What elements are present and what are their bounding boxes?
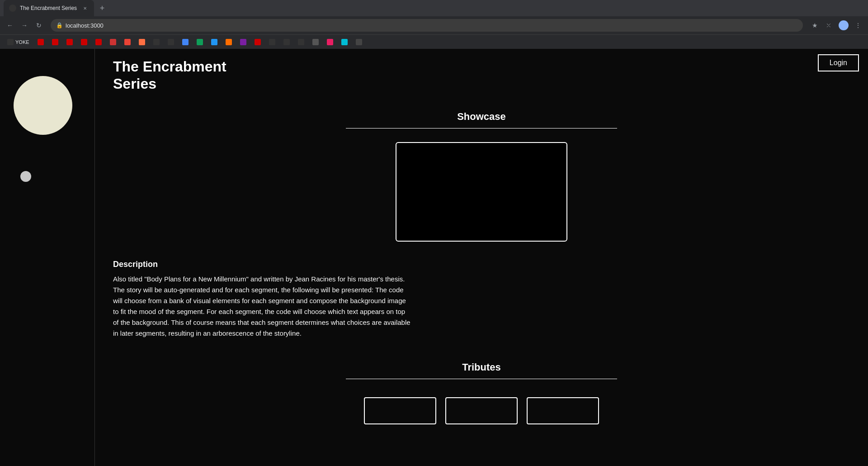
new-tab-button[interactable]: + — [96, 2, 108, 14]
bookmark-yt1[interactable] — [34, 37, 47, 47]
bookmark-yt3[interactable] — [63, 37, 76, 47]
bookmark-star-button[interactable]: ★ — [808, 19, 821, 32]
bookmark-favicon-yt2 — [52, 39, 58, 45]
bookmark-label-yoke: YOKE — [15, 39, 29, 45]
bookmark-favicon-yt5 — [95, 39, 102, 45]
login-button[interactable]: Login — [818, 54, 859, 71]
bookmark-favicon-special — [110, 39, 116, 45]
tribute-card-3 — [527, 397, 599, 424]
bookmark-favicon-misc — [139, 39, 145, 45]
menu-button[interactable]: ⋮ — [852, 19, 864, 32]
bookmark-triangle[interactable] — [265, 37, 279, 47]
toolbar-icons: ★ ⛌ ⋮ — [808, 19, 864, 32]
bookmark-yt6[interactable] — [251, 37, 264, 47]
sidebar — [0, 49, 95, 466]
showcase-section: Showcase — [113, 111, 850, 242]
bookmark-favicon-yoke — [7, 39, 14, 45]
bookmark-favicon-extra2 — [312, 39, 319, 45]
address-bar[interactable]: 🔒 localhost:3000 — [51, 19, 803, 32]
bookmark-favicon-triangle — [269, 39, 275, 45]
reload-button[interactable]: ↻ — [33, 19, 45, 32]
bookmark-yt5[interactable] — [92, 37, 105, 47]
tribute-card-2 — [445, 397, 518, 424]
bookmark-favicon-doc3 — [211, 39, 217, 45]
toolbar: ← → ↻ 🔒 localhost:3000 ★ ⛌ ⋮ — [0, 16, 868, 34]
bookmark-github3[interactable] — [280, 37, 293, 47]
showcase-title: Showcase — [457, 111, 506, 123]
tribute-card-1 — [364, 397, 436, 424]
bookmark-extra3[interactable] — [323, 37, 337, 47]
description-title: Description — [113, 260, 411, 269]
main-content: The Encrabment Series Login Showcase Des… — [95, 49, 868, 466]
bookmark-yt4[interactable] — [77, 37, 91, 47]
tributes-section: Tributes — [113, 361, 850, 424]
sidebar-divider — [94, 49, 95, 466]
bookmark-favicon-gmail — [124, 39, 131, 45]
bookmark-github1[interactable] — [150, 37, 163, 47]
bookmark-favicon-aurora — [226, 39, 232, 45]
tab-bar: The Encrabment Series ✕ + — [0, 0, 868, 16]
bookmark-extra4[interactable] — [338, 37, 351, 47]
forward-button[interactable]: → — [18, 19, 31, 32]
tributes-divider — [346, 379, 617, 379]
tab-close-button[interactable]: ✕ — [81, 5, 89, 12]
bookmarks-bar: YOKE — [0, 34, 868, 49]
tributes-cards — [113, 397, 850, 424]
active-tab[interactable]: The Encrabment Series ✕ — [4, 0, 94, 16]
showcase-divider — [346, 128, 617, 128]
back-button[interactable]: ← — [4, 19, 16, 32]
description-section: Description Also titled "Body Plans for … — [113, 260, 411, 339]
bookmark-favicon-yt4 — [81, 39, 87, 45]
tributes-title: Tributes — [462, 361, 501, 373]
bookmark-yt2[interactable] — [48, 37, 62, 47]
tab-favicon — [9, 5, 16, 12]
bookmark-misc[interactable] — [135, 37, 149, 47]
browser-chrome: The Encrabment Series ✕ + ← → ↻ 🔒 localh… — [0, 0, 868, 49]
bookmark-doc2[interactable] — [193, 37, 207, 47]
bookmark-yoke[interactable]: YOKE — [4, 37, 33, 47]
bookmark-favicon-github2 — [168, 39, 174, 45]
bookmark-favicon-github3 — [283, 39, 290, 45]
sidebar-circle-large — [14, 76, 72, 135]
bookmark-favicon-doc2 — [197, 39, 203, 45]
bookmark-extra5[interactable] — [352, 37, 366, 47]
showcase-video-placeholder — [396, 142, 567, 242]
bookmark-doc1[interactable] — [179, 37, 192, 47]
bookmark-favicon-github1 — [153, 39, 160, 45]
bookmark-github4[interactable] — [294, 37, 308, 47]
bookmark-favicon-yt3 — [66, 39, 73, 45]
bookmark-aurora[interactable] — [222, 37, 236, 47]
bookmark-gmail[interactable] — [121, 37, 134, 47]
page-content: The Encrabment Series Login Showcase Des… — [0, 49, 868, 466]
bookmark-favicon-yt6 — [255, 39, 261, 45]
bookmark-extra1[interactable] — [236, 37, 250, 47]
bookmark-favicon-github4 — [298, 39, 304, 45]
bookmark-favicon-doc1 — [182, 39, 189, 45]
bookmark-favicon-yt1 — [38, 39, 44, 45]
bookmark-favicon-extra1 — [240, 39, 246, 45]
url-text: localhost:3000 — [66, 22, 104, 29]
site-title: The Encrabment Series — [113, 58, 249, 93]
tab-title: The Encrabment Series — [20, 5, 77, 11]
lock-icon: 🔒 — [56, 22, 63, 29]
bookmark-github2[interactable] — [164, 37, 178, 47]
bookmark-favicon-extra3 — [327, 39, 333, 45]
site-header: The Encrabment Series — [113, 58, 850, 93]
extensions-button[interactable]: ⛌ — [823, 19, 835, 32]
sidebar-circle-small — [20, 171, 31, 182]
bookmark-favicon-extra4 — [341, 39, 348, 45]
description-text: Also titled "Body Plans for a New Millen… — [113, 274, 411, 339]
profile-button[interactable] — [837, 19, 850, 32]
bookmark-special[interactable] — [106, 37, 120, 47]
bookmark-extra2[interactable] — [309, 37, 322, 47]
bookmark-favicon-extra5 — [356, 39, 362, 45]
bookmark-doc3[interactable] — [208, 37, 221, 47]
